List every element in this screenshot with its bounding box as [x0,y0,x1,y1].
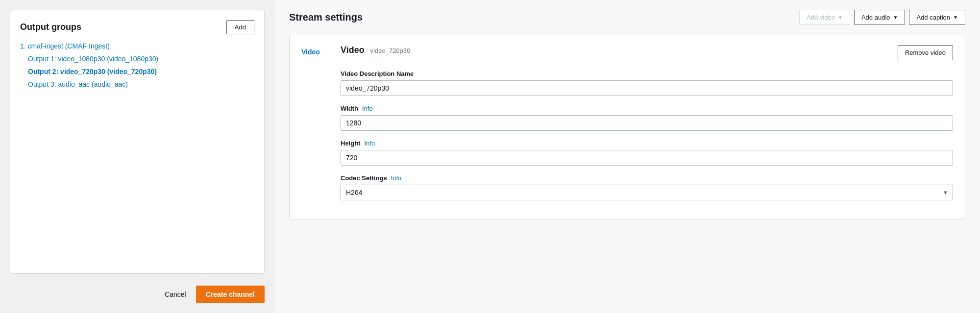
codec-info-link[interactable]: Info [391,174,402,182]
stream-settings-header: Stream settings Add video ▼ Add audio ▼ … [289,10,965,25]
left-panel: Output groups Add 1. cmaf-ingest (CMAF I… [0,0,274,313]
width-input[interactable] [341,115,953,131]
output-groups-card: Output groups Add 1. cmaf-ingest (CMAF I… [10,10,265,274]
remove-video-button[interactable]: Remove video [898,45,953,60]
output-groups-title: Output groups [20,22,81,32]
width-group: Width Info [341,105,953,131]
codec-label: Codec Settings Info [341,174,953,182]
height-group: Height Info [341,140,953,166]
height-info-link[interactable]: Info [364,140,375,147]
add-output-group-button[interactable]: Add [226,20,254,34]
codec-select[interactable]: H264 H265 MPEG2 [341,185,953,200]
height-input[interactable] [341,150,953,166]
nav-item-output2[interactable]: Output 2: video_720p30 (video_720p30) [28,68,254,75]
video-heading-group: Video video_720p30 [341,45,410,55]
create-channel-button[interactable]: Create channel [196,286,265,303]
add-video-caret-icon: ▼ [838,15,843,20]
cancel-button[interactable]: Cancel [165,290,186,298]
output-groups-header: Output groups Add [20,20,254,34]
video-desc-name-input[interactable] [341,80,953,96]
width-label: Width Info [341,105,953,112]
nav-item-cmaf-ingest[interactable]: 1. cmaf-ingest (CMAF Ingest) [20,42,254,50]
video-sub: video_720p30 [370,47,411,54]
video-desc-name-group: Video Description Name [341,70,953,96]
width-info-link[interactable]: Info [362,105,373,112]
bottom-actions: Cancel Create channel [10,286,265,303]
add-caption-button[interactable]: Add caption ▼ [909,10,965,25]
stream-form-col: Video video_720p30 Remove video Video De… [341,45,953,209]
right-panel: Stream settings Add video ▼ Add audio ▼ … [274,0,980,313]
video-nav-label[interactable]: Video [301,48,320,56]
nav-list: 1. cmaf-ingest (CMAF Ingest) Output 1: v… [20,42,254,88]
add-audio-caret-icon: ▼ [893,15,898,20]
nav-item-output3[interactable]: Output 3: audio_aac (audio_aac) [28,80,254,88]
stream-content: Video Video video_720p30 Remove video Vi… [289,35,965,219]
nav-item-output1[interactable]: Output 1: video_1080p30 (video_1080p30) [28,55,254,63]
video-title-row: Video video_720p30 Remove video [341,45,953,60]
add-caption-caret-icon: ▼ [953,15,958,20]
stream-nav-col: Video [301,45,341,209]
video-heading: Video [341,45,365,55]
header-buttons: Add video ▼ Add audio ▼ Add caption ▼ [799,10,965,25]
add-audio-button[interactable]: Add audio ▼ [854,10,905,25]
codec-select-wrapper: H264 H265 MPEG2 ▼ [341,185,953,200]
stream-settings-title: Stream settings [289,12,363,23]
stream-row: Video Video video_720p30 Remove video Vi… [290,35,965,219]
add-video-button[interactable]: Add video ▼ [799,10,850,25]
height-label: Height Info [341,140,953,147]
video-desc-name-label: Video Description Name [341,70,953,77]
codec-group: Codec Settings Info H264 H265 MPEG2 ▼ [341,174,953,200]
